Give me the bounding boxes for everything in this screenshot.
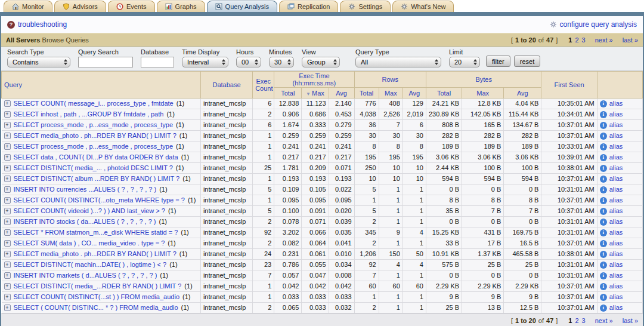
query-link[interactable]: SELECT DISTINCT( media_... , photoid DES… <box>14 164 173 173</box>
alias-link[interactable]: alias <box>609 271 623 280</box>
query-link[interactable]: SELECT process_mode , p...ess_mode , pro… <box>14 142 174 151</box>
alias-link[interactable]: alias <box>609 207 623 216</box>
alias-link[interactable]: alias <box>609 110 623 119</box>
tab-monitor[interactable]: Monitor <box>4 1 52 12</box>
query-link[interactable]: SELECT inhost , path , ...GROUP BY fmtda… <box>14 110 164 119</box>
query-search-input[interactable] <box>78 57 133 67</box>
troubleshooting-link-label[interactable]: troubleshooting <box>18 20 67 29</box>
expand-icon[interactable]: + <box>4 122 11 128</box>
tab-query-analysis[interactable]: Query Analysis <box>207 1 277 12</box>
query-column-header[interactable]: Query <box>2 72 201 99</box>
expand-icon[interactable]: + <box>4 143 11 150</box>
tab-whats-new[interactable]: What's New <box>392 1 454 12</box>
alias-link[interactable]: alias <box>609 131 623 140</box>
query-link[interactable]: SELECT data , COUNT( DI...P BY data ORDE… <box>14 153 178 162</box>
alias-link[interactable]: alias <box>609 293 623 302</box>
alias-link[interactable]: alias <box>609 303 623 312</box>
query-link[interactable]: SELECT DISTINCT( machin...DATE( ) , logt… <box>14 260 167 269</box>
time-display-select[interactable]: Interval <box>182 57 228 67</box>
query-link[interactable]: SELECT COUNT( DISTINCT(...oto_meta WHERE… <box>14 196 185 205</box>
expand-icon[interactable]: + <box>4 154 11 161</box>
rows-max-header[interactable]: Max <box>379 88 402 99</box>
configure-link-label[interactable]: configure query analysis <box>560 20 637 29</box>
exec-count-column-header[interactable]: Exec Count <box>253 72 274 99</box>
limit-select[interactable]: 20 <box>449 57 480 67</box>
alias-link[interactable]: alias <box>609 174 623 183</box>
query-link[interactable]: SELECT COUNT( DISTINCT(...st ) ) FROM me… <box>14 293 180 302</box>
database-column-header[interactable]: Database <box>200 72 252 99</box>
bytes-avg-header[interactable]: Avg <box>504 88 541 99</box>
reset-button[interactable]: reset <box>514 56 540 67</box>
tab-replication[interactable]: Replication <box>279 1 338 12</box>
alias-link[interactable]: alias <box>609 217 623 226</box>
alias-link[interactable]: alias <box>609 282 623 291</box>
last-page-link[interactable]: last » <box>623 317 638 324</box>
expand-icon[interactable]: + <box>4 165 11 171</box>
exec-time-total-header[interactable]: Total <box>274 88 302 99</box>
alias-link[interactable]: alias <box>609 99 623 108</box>
query-link[interactable]: SELECT DISTINCT( album ...RDER BY RAND( … <box>14 174 180 183</box>
expand-icon[interactable]: + <box>4 294 11 300</box>
expand-icon[interactable]: + <box>4 272 11 279</box>
page-link-1[interactable]: 1 <box>568 36 572 44</box>
rows-avg-header[interactable]: Avg <box>402 88 426 99</box>
expand-icon[interactable]: + <box>4 208 11 214</box>
alias-link[interactable]: alias <box>609 250 623 259</box>
alias-link[interactable]: alias <box>609 185 623 194</box>
tab-advisors[interactable]: Advisors <box>54 1 106 12</box>
query-link[interactable]: SELECT media_photo . ph...RDER BY RAND( … <box>14 131 177 140</box>
expand-icon[interactable]: + <box>4 219 11 225</box>
tab-graphs[interactable]: Graphs <box>157 1 205 12</box>
expand-icon[interactable]: + <box>4 176 11 182</box>
alias-link[interactable]: alias <box>609 228 623 237</box>
query-link[interactable]: SELECT SUM( data ) , CO... media_video .… <box>14 239 165 248</box>
tab-events[interactable]: Events <box>108 1 155 12</box>
expand-icon[interactable]: + <box>4 186 11 193</box>
next-page-link[interactable]: next » <box>595 36 613 44</box>
page-link-1[interactable]: 1 <box>568 317 572 324</box>
alias-link[interactable]: alias <box>609 121 623 130</box>
expand-icon[interactable]: + <box>4 100 11 107</box>
alias-link[interactable]: alias <box>609 239 623 248</box>
page-link-2[interactable]: 2 <box>575 36 578 44</box>
first-seen-column-header[interactable]: First Seen <box>541 72 597 99</box>
query-link[interactable]: INSERT INTO markets ( d...ALUES ( ? , ? … <box>14 271 157 280</box>
filter-button[interactable]: filter <box>486 56 510 67</box>
query-link[interactable]: SELECT COUNT( message_i... process_type … <box>14 99 174 108</box>
query-link[interactable]: SELECT process_mode , p...ess_mode , pro… <box>14 121 174 130</box>
page-link-3[interactable]: 3 <box>582 317 586 324</box>
page-link-3[interactable]: 3 <box>582 36 586 44</box>
alias-link[interactable]: alias <box>609 142 623 151</box>
query-link[interactable]: SELECT media_photo . ph...RDER BY RAND( … <box>14 250 177 259</box>
next-page-link[interactable]: next » <box>595 317 613 324</box>
exec-time-max-header[interactable]: ▼Max <box>302 88 329 99</box>
minutes-select[interactable]: 30 <box>269 57 294 67</box>
search-type-select[interactable]: Contains <box>7 57 70 67</box>
expand-icon[interactable]: + <box>4 197 11 204</box>
expand-icon[interactable]: + <box>4 229 11 236</box>
exec-time-avg-header[interactable]: Avg <box>329 88 354 99</box>
query-link[interactable]: INSERT INTO stocks ( da...ALUES ( ? , ? … <box>14 217 156 226</box>
query-link[interactable]: SELECT DISTINCT( media_...RDER BY RAND( … <box>14 282 182 291</box>
expand-icon[interactable]: + <box>4 305 11 311</box>
configure-query-analysis-link[interactable]: configure query analysis <box>550 20 637 29</box>
page-link-2[interactable]: 2 <box>575 317 578 324</box>
query-type-select[interactable]: All <box>355 57 441 67</box>
query-link[interactable]: SELECT ( COUNT( DISTINC... * ? ) FROM me… <box>14 303 178 312</box>
alias-link[interactable]: alias <box>609 196 623 205</box>
expand-icon[interactable]: + <box>4 111 11 118</box>
database-input[interactable] <box>141 57 174 67</box>
alias-link[interactable]: alias <box>609 164 623 173</box>
query-link[interactable]: INSERT INTO currencies ...ALUES ( ? , ? … <box>14 185 157 194</box>
query-link[interactable]: SELECT COUNT( videoid )...? ) ) AND last… <box>14 207 165 216</box>
troubleshooting-link[interactable]: ? troubleshooting <box>7 20 67 29</box>
expand-icon[interactable]: + <box>4 240 11 247</box>
expand-icon[interactable]: + <box>4 262 11 268</box>
hours-select[interactable]: 00 <box>236 57 261 67</box>
view-select[interactable]: Group <box>302 57 340 67</box>
rows-total-header[interactable]: Total <box>354 88 379 99</box>
alias-link[interactable]: alias <box>609 153 623 162</box>
expand-icon[interactable]: + <box>4 283 11 290</box>
query-link[interactable]: SELECT * FROM statmon_m...e_disk WHERE s… <box>14 228 178 237</box>
expand-icon[interactable]: + <box>4 251 11 257</box>
